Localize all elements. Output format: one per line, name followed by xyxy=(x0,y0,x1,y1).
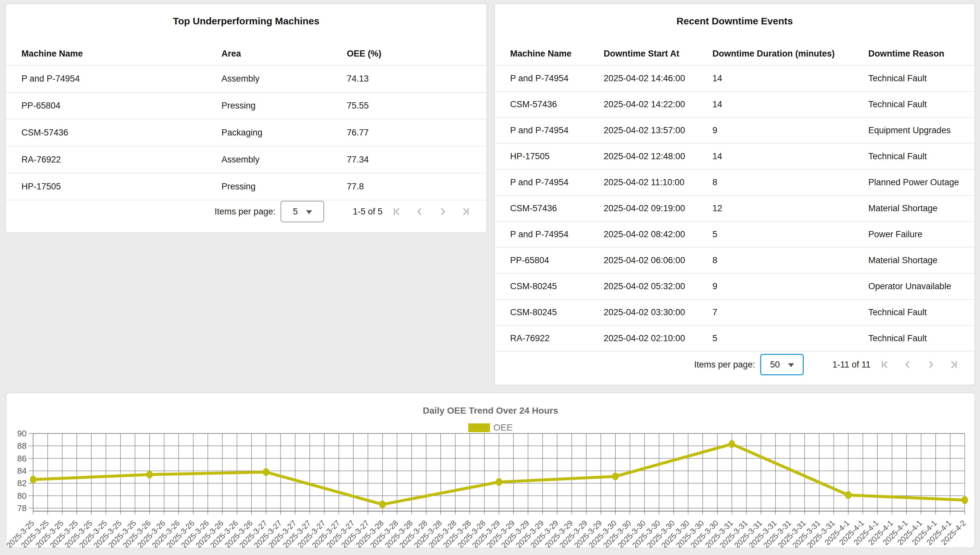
first-page-button[interactable] xyxy=(392,206,403,217)
table-body: P and P-74954Assembly74.13PP-65804Pressi… xyxy=(6,66,486,201)
table-row: CSM-574362025-04-02 09:19:0012Material S… xyxy=(495,196,975,221)
data-point-marker xyxy=(496,478,502,486)
cell-oee: 74.13 xyxy=(347,66,369,92)
cell-downtime-start-at: 2025-04-02 12:48:00 xyxy=(604,144,685,169)
y-axis-tick-label: 82 xyxy=(17,478,27,488)
cell-machine-name: RA-76922 xyxy=(510,326,550,351)
data-point-marker xyxy=(379,500,386,508)
cell-machine-name: P and P-74954 xyxy=(510,170,569,195)
next-page-button[interactable] xyxy=(437,206,448,217)
cell-area: Pressing xyxy=(221,93,256,119)
y-axis-tick-label: 88 xyxy=(17,441,27,451)
next-page-button[interactable] xyxy=(925,359,936,370)
cell-downtime-duration: 14 xyxy=(712,66,722,91)
cell-downtime-reason: Technical Fault xyxy=(868,91,927,117)
cell-machine-name: P and P-74954 xyxy=(510,66,569,91)
last-page-button[interactable] xyxy=(460,206,471,217)
cell-machine-name: PP-65804 xyxy=(21,93,61,119)
table-row: P and P-749542025-04-02 11:10:008Planned… xyxy=(495,170,975,196)
cell-downtime-duration: 8 xyxy=(712,170,717,195)
table-row: PP-65804Pressing75.55 xyxy=(6,93,486,120)
cell-downtime-reason: Technical Fault xyxy=(868,144,927,169)
cell-downtime-duration: 7 xyxy=(712,300,717,325)
paginator: Items per page: 5 1-5 of 5 xyxy=(6,200,486,223)
chevron-down-icon xyxy=(788,363,794,367)
cell-machine-name: P and P-74954 xyxy=(21,66,80,92)
cell-machine-name: P and P-74954 xyxy=(510,221,569,247)
table-row: PP-658042025-04-02 06:06:008Material Sho… xyxy=(495,248,975,274)
cell-downtime-duration: 9 xyxy=(712,274,717,299)
cell-downtime-reason: Operator Unavailable xyxy=(868,274,951,299)
cell-oee: 77.34 xyxy=(347,146,369,173)
cell-downtime-start-at: 2025-04-02 03:30:00 xyxy=(604,300,685,325)
data-point-marker xyxy=(612,472,619,480)
cell-downtime-reason: Technical Fault xyxy=(868,66,927,91)
data-point-marker xyxy=(147,470,153,478)
cell-oee: 75.55 xyxy=(347,93,369,119)
data-point-marker xyxy=(263,468,269,476)
page-size-select[interactable]: 5 xyxy=(281,201,324,222)
data-point-marker xyxy=(30,476,36,483)
page-size-value: 50 xyxy=(770,360,780,370)
cell-downtime-start-at: 2025-04-02 08:42:00 xyxy=(604,221,685,247)
cell-area: Pressing xyxy=(221,173,256,200)
y-axis-tick-label: 78 xyxy=(17,503,27,513)
chevron-down-icon xyxy=(306,210,312,214)
cell-machine-name: CSM-80245 xyxy=(510,274,557,299)
last-page-button[interactable] xyxy=(948,359,959,370)
cell-downtime-duration: 5 xyxy=(712,326,717,351)
table-row: RA-769222025-04-02 02:10:005Technical Fa… xyxy=(495,326,975,351)
cell-downtime-reason: Material Shortage xyxy=(868,248,937,273)
cell-downtime-duration: 14 xyxy=(712,91,722,117)
cell-machine-name: CSM-57436 xyxy=(510,196,557,221)
oee-dashboard: { "page": {"background": "#ebebeb", "acc… xyxy=(0,0,980,555)
x-axis-tick-labels: 2025-3-252025-3-252025-3-252025-3-252025… xyxy=(6,518,968,547)
table-row: CSM-802452025-04-02 03:30:007Technical F… xyxy=(495,300,975,326)
y-axis-tick-label: 90 xyxy=(17,428,27,438)
table-row: P and P-749542025-04-02 08:42:005Power F… xyxy=(495,221,975,248)
table-row: CSM-802452025-04-02 05:32:009Operator Un… xyxy=(495,274,975,300)
items-per-page-label: Items per page: xyxy=(694,360,755,370)
cell-machine-name: HP-17505 xyxy=(510,144,550,169)
cell-downtime-reason: Material Shortage xyxy=(868,196,937,221)
column-header-downtime-duration: Downtime Duration (minutes) xyxy=(712,49,835,59)
cell-area: Packaging xyxy=(221,120,262,146)
daily-oee-trend-card: Daily OEE Trend Over 24 Hours OEE 788082… xyxy=(6,393,975,548)
cell-machine-name: P and P-74954 xyxy=(510,118,569,143)
cell-area: Assembly xyxy=(221,66,259,92)
cell-downtime-start-at: 2025-04-02 14:46:00 xyxy=(604,66,685,91)
previous-page-button[interactable] xyxy=(414,206,425,217)
paginator-nav xyxy=(880,359,959,370)
table-header-row: Machine NameDowntime Start AtDowntime Du… xyxy=(495,4,975,65)
cell-downtime-reason: Technical Fault xyxy=(868,326,927,351)
cell-machine-name: HP-17505 xyxy=(21,173,61,200)
previous-page-button[interactable] xyxy=(902,359,913,370)
table-row: P and P-749542025-04-02 13:57:009Equipme… xyxy=(495,118,975,144)
page-size-select[interactable]: 50 xyxy=(760,354,804,375)
cell-downtime-start-at: 2025-04-02 11:10:00 xyxy=(604,170,684,195)
cell-downtime-start-at: 2025-04-02 09:19:00 xyxy=(604,196,685,221)
y-axis-tick-label: 86 xyxy=(17,454,27,464)
cell-downtime-start-at: 2025-04-02 13:57:00 xyxy=(604,118,685,143)
table-row: CSM-57436Packaging76.77 xyxy=(6,120,486,146)
cell-machine-name: PP-65804 xyxy=(510,248,549,273)
column-header-area: Area xyxy=(221,49,241,59)
data-point-marker xyxy=(961,496,968,504)
y-axis-tick-label: 84 xyxy=(17,466,27,476)
items-per-page-label: Items per page: xyxy=(215,207,276,217)
cell-area: Assembly xyxy=(221,146,259,173)
page-size-value: 5 xyxy=(293,207,298,217)
y-axis-tick-label: 80 xyxy=(17,491,27,501)
cell-machine-name: CSM-80245 xyxy=(510,300,557,325)
table-row: HP-175052025-04-02 12:48:0014Technical F… xyxy=(495,144,975,170)
column-header-machine-name: Machine Name xyxy=(21,49,83,59)
chart-grid: 78808284868890 xyxy=(17,428,965,515)
cell-downtime-reason: Equipment Upgrades xyxy=(868,118,951,143)
cell-downtime-start-at: 2025-04-02 14:22:00 xyxy=(604,91,685,117)
cell-downtime-duration: 8 xyxy=(712,248,717,273)
cell-machine-name: RA-76922 xyxy=(21,146,61,173)
cell-downtime-duration: 9 xyxy=(712,118,717,143)
range-label: 1-5 of 5 xyxy=(353,207,382,217)
column-header-machine-name: Machine Name xyxy=(510,49,571,59)
first-page-button[interactable] xyxy=(880,359,891,370)
